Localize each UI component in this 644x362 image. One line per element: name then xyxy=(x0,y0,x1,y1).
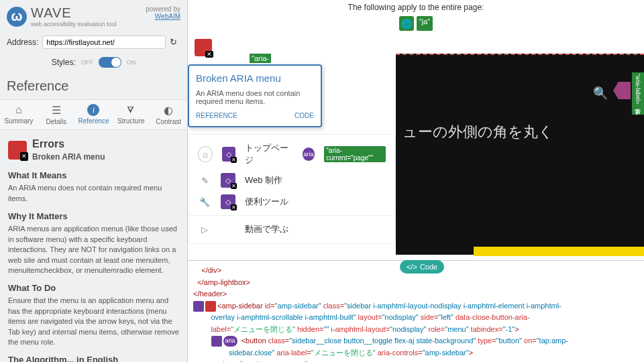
address-bar: Address: ↻ xyxy=(0,33,187,52)
error-marker[interactable] xyxy=(195,39,212,56)
code-tab[interactable]: </>Code xyxy=(400,260,444,274)
popup-title: Broken ARIA menu xyxy=(196,72,314,84)
why-it-matters-h: Why It Matters xyxy=(8,210,179,223)
search-icon[interactable]: 🔍 xyxy=(593,86,608,101)
algorithm-h: The Algorithm... in English xyxy=(8,354,179,362)
popup-code-link[interactable]: CODE xyxy=(294,112,314,119)
contrast-icon: ◐ xyxy=(151,104,186,117)
site-title: ューの外側の角を丸く xyxy=(396,55,644,209)
home-icon: ⌂ xyxy=(198,146,213,162)
address-label: Address: xyxy=(7,38,38,47)
main-preview: The following apply to the entire page: … xyxy=(188,0,644,362)
aria-inline-icon xyxy=(193,301,204,312)
globe-icon[interactable]: 🌐 xyxy=(399,16,414,31)
wrench-icon: 🔧 xyxy=(198,195,211,208)
logo-bar: ω WAVE web accessibility evaluation tool… xyxy=(0,0,187,33)
pencil-icon: ✎ xyxy=(198,174,211,187)
wave-logo-icon: ω xyxy=(7,7,27,27)
what-it-means-h: What It Means xyxy=(8,170,179,182)
popup-reference-link[interactable]: REFERENCE xyxy=(196,112,237,119)
logo-subtitle: web accessibility evaluation tool xyxy=(31,21,117,27)
error-popup: Broken ARIA menu An ARIA menu does not c… xyxy=(188,64,322,127)
language-badges: 🌐 "ja" xyxy=(188,16,644,31)
errors-title: Errors xyxy=(32,137,105,152)
top-note: The following apply to the entire page: xyxy=(188,0,644,15)
nav-item-video[interactable]: ▷ 動画で学ぶ xyxy=(189,215,395,239)
aria-current-badge[interactable]: "aria-current="page"" xyxy=(324,146,386,162)
refresh-icon[interactable]: ↻ xyxy=(170,37,180,48)
aria-error-badge[interactable]: ◇ xyxy=(222,147,235,162)
nav-item-top[interactable]: ⌂ ◇ トップページ aria "aria-current="page"" xyxy=(189,139,395,170)
structure-icon: ⛛ xyxy=(113,104,148,116)
list-icon: ☰ xyxy=(39,104,74,117)
nav-item-web[interactable]: ✎ ◇ Web 制作 xyxy=(189,170,395,191)
what-it-means-p: An ARIA menu does not contain required m… xyxy=(8,183,179,204)
tab-details[interactable]: ☰Details xyxy=(38,100,75,129)
aria-tag[interactable]: "aria- xyxy=(250,54,271,63)
why-it-matters-p: ARIA menus are application menus (like t… xyxy=(8,224,179,276)
aria-inline-icon xyxy=(211,336,222,347)
popup-body: An ARIA menu does not contain required m… xyxy=(196,89,314,105)
what-to-do-h: What To Do xyxy=(8,282,179,294)
nav-item-tools[interactable]: 🔧 ◇ 便利ツール xyxy=(189,191,395,213)
logo-title: WAVE xyxy=(31,5,117,21)
logo: ω WAVE web accessibility evaluation tool xyxy=(7,5,117,27)
errors-subtitle: Broken ARIA menu xyxy=(32,152,105,163)
powered-by: powered by WebAIM xyxy=(146,5,180,20)
error-inline-icon xyxy=(205,301,216,312)
site-nav-panel: ⌂ ◇ トップページ aria "aria-current="page"" ✎ … xyxy=(188,134,396,244)
lang-badge[interactable]: "ja" xyxy=(417,16,433,31)
aria-error-badge[interactable]: ◇ xyxy=(221,194,235,209)
info-icon: i xyxy=(87,104,99,116)
aria-error-badge[interactable]: ◇ xyxy=(221,173,235,188)
play-icon: ▷ xyxy=(198,223,211,236)
site-background: ューの外側の角を丸く xyxy=(396,54,644,255)
aria-side-badge[interactable]: "aria-label=索す" xyxy=(632,72,644,115)
aria-pill: aria xyxy=(223,336,237,347)
tab-summary[interactable]: ⌂Summary xyxy=(0,100,38,129)
tab-structure[interactable]: ⛛Structure xyxy=(112,100,150,129)
aria-badge[interactable]: aria xyxy=(303,147,315,161)
error-icon xyxy=(8,141,27,160)
reference-content: Errors Broken ARIA menu What It Means An… xyxy=(0,130,187,362)
address-input[interactable] xyxy=(42,36,166,49)
webaim-link[interactable]: WebAIM xyxy=(155,13,180,20)
code-icon: </> xyxy=(407,263,417,271)
styles-toggle-row: Styles: OFF ON xyxy=(0,52,187,73)
what-to-do-p: Ensure that the menu is an application m… xyxy=(8,296,179,347)
tab-reference[interactable]: iReference xyxy=(75,100,113,129)
home-icon: ⌂ xyxy=(1,104,36,116)
styles-toggle[interactable] xyxy=(99,57,121,68)
wave-sidebar: ω WAVE web accessibility evaluation tool… xyxy=(0,0,188,362)
reference-heading: Reference xyxy=(0,73,187,99)
code-panel[interactable]: </div> </amp-lightbox> </header> <amp-si… xyxy=(188,260,644,362)
tab-contrast[interactable]: ◐Contrast xyxy=(150,100,187,129)
yellow-bar xyxy=(474,247,644,256)
tabs: ⌂Summary ☰Details iReference ⛛Structure … xyxy=(0,99,187,130)
